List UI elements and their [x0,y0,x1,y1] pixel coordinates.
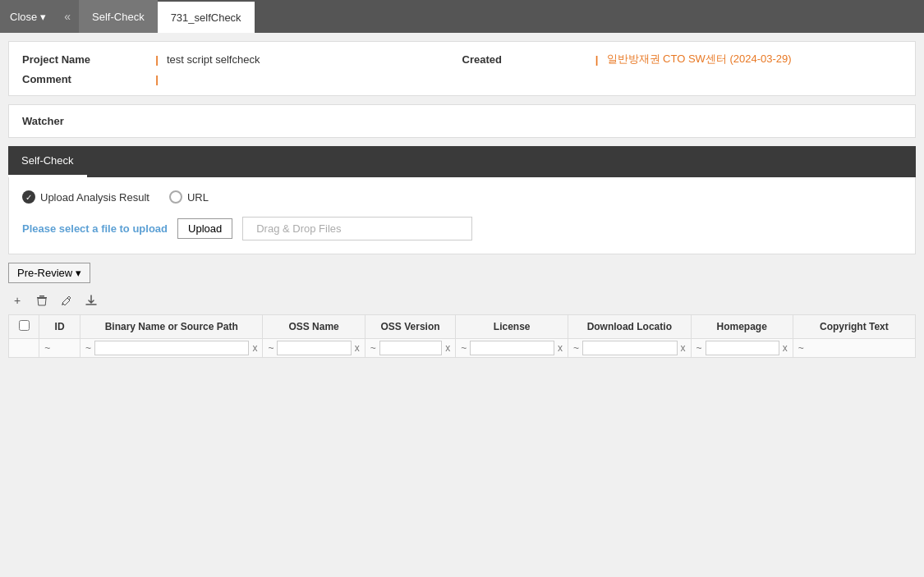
created-value: 일반방재권 CTO SW센터 (2024-03-29) [600,52,903,66]
tab-731-selfcheck[interactable]: 731_selfCheck [158,0,255,33]
filter-tilde-binary: ~ [84,342,93,354]
th-license: License [456,315,568,339]
project-name-value: test script selfcheck [160,53,462,66]
filter-clear-download[interactable]: x [679,342,687,354]
filter-cell-binary: ~ x [80,339,263,358]
file-select-label: Please select a file to upload [22,222,168,235]
th-homepage: Homepage [691,315,793,339]
close-chevron-icon: ▾ [40,11,46,23]
filter-tilde-copyright: ~ [797,342,806,354]
radio-url-unchecked-icon [169,190,182,204]
filter-input-binary[interactable] [94,341,249,355]
comment-label: Comment [22,73,154,85]
th-id: ID [39,315,80,339]
filter-tilde-license: ~ [459,342,468,354]
radio-url[interactable]: URL [169,190,209,204]
filter-clear-homepage[interactable]: x [781,342,789,354]
table-header-row: ID Binary Name or Source Path OSS Name O… [9,315,916,339]
th-oss-version: OSS Version [365,315,456,339]
filter-cell-oss-name: ~ x [263,339,365,358]
radio-upload-checked-icon [22,190,35,204]
filter-cell-copyright: ~ [793,339,915,358]
upload-section: Upload Analysis Result URL Please select… [8,177,916,254]
sep2: | [594,53,600,66]
back-button[interactable]: « [56,0,79,33]
filter-cell-checkbox [9,339,39,358]
filter-clear-oss-name[interactable]: x [353,342,361,354]
filter-cell-id: ~ [39,339,80,358]
edit-row-button[interactable] [57,291,76,309]
delete-row-button[interactable] [33,291,51,309]
filter-tilde-oss-name: ~ [266,342,275,354]
filter-tilde-id: ~ [43,342,52,354]
filter-clear-oss-ver[interactable]: x [444,342,452,354]
th-checkbox [9,315,39,339]
th-oss-name: OSS Name [263,315,365,339]
select-all-checkbox[interactable] [19,320,30,331]
radio-upload-label: Upload Analysis Result [40,191,149,204]
filter-cell-license: ~ x [456,339,568,358]
pre-review-chevron-icon: ▾ [76,267,81,279]
top-navigation: Close ▾ « Self-Check 731_selfCheck [0,0,924,33]
close-label: Close [10,11,37,23]
created-label: Created [462,53,594,66]
pre-review-button[interactable]: Pre-Review ▾ [8,263,90,283]
filter-input-license[interactable] [470,341,554,355]
pre-review-label: Pre-Review [17,267,72,279]
back-icon: « [64,10,71,23]
filter-cell-download: ~ x [568,339,692,358]
drag-drop-area[interactable]: Drag & Drop Files [242,217,472,240]
upload-button[interactable]: Upload [177,218,232,239]
oss-table-container: ID Binary Name or Source Path OSS Name O… [8,314,916,358]
pre-review-area: Pre-Review ▾ [8,263,916,283]
filter-tilde-download: ~ [572,342,581,354]
table-toolbar: + [8,291,916,309]
project-info-section: Project Name | test script selfcheck Cre… [8,41,916,96]
table-filter-row: ~ ~ x ~ x [9,339,916,358]
filter-tilde-oss-ver: ~ [369,342,378,354]
watcher-title: Watcher [22,115,902,127]
filter-input-oss-name[interactable] [277,341,351,355]
file-upload-row: Please select a file to upload Upload Dr… [22,217,902,240]
oss-table: ID Binary Name or Source Path OSS Name O… [8,314,916,358]
radio-url-label: URL [187,191,209,204]
selfcheck-tab-bar: Self-Check [8,146,916,177]
add-row-button[interactable]: + [8,291,26,309]
radio-group: Upload Analysis Result URL [22,190,902,204]
th-binary: Binary Name or Source Path [80,315,263,339]
radio-upload[interactable]: Upload Analysis Result [22,190,149,204]
filter-tilde-homepage: ~ [695,342,704,354]
drag-drop-label: Drag & Drop Files [256,222,341,235]
selfcheck-tab[interactable]: Self-Check [8,146,87,177]
project-name-label: Project Name [22,53,154,66]
filter-input-download[interactable] [582,341,678,355]
filter-cell-oss-ver: ~ x [365,339,456,358]
filter-clear-binary[interactable]: x [251,342,259,354]
th-download-location: Download Locatio [568,315,692,339]
tab-self-check[interactable]: Self-Check [79,0,158,33]
svg-rect-1 [39,295,44,297]
filter-clear-license[interactable]: x [556,342,564,354]
th-copyright-text: Copyright Text [793,315,915,339]
download-button[interactable] [82,291,100,309]
filter-input-homepage[interactable] [706,341,779,355]
filter-cell-homepage: ~ x [691,339,793,358]
sep1: | [154,53,160,66]
filter-input-oss-ver[interactable] [379,341,443,355]
close-button[interactable]: Close ▾ [0,0,56,33]
watcher-section: Watcher [8,104,916,138]
sep3: | [154,73,160,85]
